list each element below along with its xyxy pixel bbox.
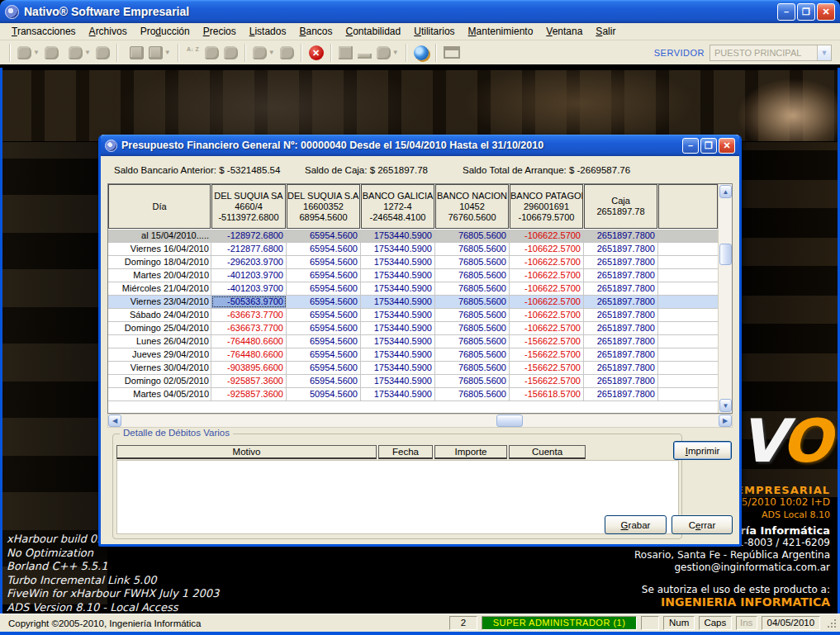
grid-cell-value[interactable]: 65954.5600 [287, 243, 361, 255]
grid-cell-value[interactable]: 2651897.7800 [584, 388, 658, 400]
dialog-maximize-button[interactable]: ❐ [700, 138, 717, 154]
grid-cell-value[interactable]: 1753440.5900 [361, 243, 435, 255]
grid-cell-value[interactable]: -128972.6800 [211, 230, 287, 242]
dialog-minimize-button[interactable]: – [682, 138, 699, 154]
grid-cell-value[interactable]: 65954.5600 [287, 375, 361, 387]
grid-cell-value[interactable]: 2651897.7800 [584, 348, 658, 361]
grid-row[interactable]: Miércoles 21/04/2010-401203.970065954.56… [108, 282, 719, 296]
grid-cell-value[interactable]: -636673.7700 [211, 322, 287, 334]
grid-cell-value[interactable]: -156622.5700 [510, 335, 584, 348]
grid-cell-day[interactable]: Viernes 30/04/2010 [108, 362, 211, 374]
vertical-scrollbar[interactable]: ▲ ▼ [718, 184, 732, 413]
grid-cell-value[interactable]: 1753440.5900 [361, 388, 435, 400]
grid-cell-value[interactable]: -764480.6600 [211, 335, 287, 348]
grid-cell-value[interactable]: 1753440.5900 [361, 296, 435, 308]
grid-cell-value[interactable]: 2651897.7800 [584, 362, 658, 374]
grid-cell-value[interactable]: -764480.6600 [211, 348, 287, 361]
grid-row[interactable]: Domingo 25/04/2010-636673.770065954.5600… [108, 322, 719, 335]
grid-cell-day[interactable]: Domingo 02/05/2010 [108, 375, 211, 387]
grid-cell-value[interactable]: -903895.6600 [211, 362, 287, 374]
grid-cell-value[interactable]: -106622.5700 [510, 322, 584, 334]
grid-cell-value[interactable]: 65954.5600 [287, 269, 361, 282]
menu-item-contabilidad[interactable]: Contabilidad [339, 24, 408, 39]
grid-cell-value[interactable]: 50954.5600 [287, 388, 361, 400]
grid-cell-value[interactable]: 76805.5600 [435, 269, 510, 282]
menu-item-archivos[interactable]: Archivos [83, 24, 134, 39]
grid-cell-value[interactable]: 76805.5600 [435, 256, 510, 268]
grid-row[interactable]: Viernes 23/04/2010-505363.970065954.5600… [108, 296, 719, 309]
debitos-column-header[interactable]: Motivo [116, 445, 377, 459]
grid-row[interactable]: Sábado 24/04/2010-636673.770065954.56001… [108, 309, 719, 322]
grid-cell-value[interactable]: -106622.5700 [510, 243, 584, 255]
grid-cell-value[interactable]: -156622.5700 [510, 375, 584, 387]
grid-cell-value[interactable]: -296203.9700 [211, 256, 287, 268]
grid-cell-value[interactable]: -106622.5700 [510, 230, 584, 242]
scroll-right-icon[interactable]: ▶ [719, 415, 732, 427]
grid-cell-day[interactable]: Domingo 18/04/2010 [108, 256, 211, 268]
grid-cell-value[interactable]: -925857.3600 [211, 375, 287, 387]
vertical-scroll-thumb[interactable] [719, 244, 732, 265]
horizontal-scrollbar[interactable]: ◀ ▶ [107, 414, 733, 428]
grid-cell-value[interactable]: 76805.5600 [435, 362, 510, 374]
imprimir-button[interactable]: Imprimir [673, 441, 732, 460]
grid-cell-value[interactable]: 65954.5600 [287, 335, 361, 348]
budget-grid[interactable]: DíaDEL SUQUIA SA4660/4-5113972.6800DEL S… [107, 183, 733, 414]
grid-cell-value[interactable]: 76805.5600 [435, 322, 510, 334]
grid-cell-value[interactable]: 2651897.7800 [584, 269, 658, 282]
menu-item-listados[interactable]: Listados [243, 24, 293, 39]
scroll-left-icon[interactable]: ◀ [108, 415, 121, 427]
grid-cell-value[interactable]: 76805.5600 [435, 388, 510, 400]
grid-cell-value[interactable]: 1753440.5900 [361, 309, 435, 321]
scroll-down-icon[interactable]: ▼ [719, 399, 732, 412]
grid-cell-value[interactable]: 1753440.5900 [361, 282, 435, 295]
grid-cell-value[interactable]: 76805.5600 [435, 230, 510, 242]
minimize-button[interactable]: – [777, 3, 795, 21]
grid-cell-value[interactable]: 2651897.7800 [584, 309, 658, 321]
grid-cell-value[interactable]: 1753440.5900 [361, 322, 435, 334]
grid-cell-value[interactable]: 65954.5600 [287, 348, 361, 361]
grid-cell-value[interactable]: 76805.5600 [435, 375, 510, 387]
grid-cell-value[interactable]: 1753440.5900 [361, 375, 435, 387]
grid-cell-value[interactable]: 76805.5600 [435, 348, 510, 361]
delete-icon[interactable]: ✕ [309, 45, 324, 60]
grid-row[interactable]: Martes 04/05/2010-925857.360050954.56001… [108, 388, 719, 401]
grid-cell-day[interactable]: al 15/04/2010..... [108, 230, 211, 242]
menu-item-utilitarios[interactable]: Utilitarios [407, 24, 461, 39]
grid-cell-value[interactable]: 65954.5600 [287, 282, 361, 295]
debitos-column-header[interactable]: Cuenta [509, 445, 586, 459]
horizontal-scroll-thumb[interactable] [496, 415, 523, 427]
grid-cell-value[interactable]: 2651897.7800 [584, 243, 658, 255]
menu-item-transacciones[interactable]: Transacciones [5, 24, 83, 39]
grid-cell-value[interactable]: 76805.5600 [435, 243, 510, 255]
grid-row[interactable]: Viernes 16/04/2010-212877.680065954.5600… [108, 243, 719, 256]
grid-cell-value[interactable]: 2651897.7800 [584, 335, 658, 348]
menu-item-salir[interactable]: Salir [589, 24, 622, 39]
grid-cell-value[interactable]: 2651897.7800 [584, 256, 658, 268]
grid-cell-day[interactable]: Viernes 23/04/2010 [108, 296, 211, 308]
grid-cell-value[interactable]: 1753440.5900 [361, 230, 435, 242]
grid-cell-value[interactable]: -106622.5700 [510, 256, 584, 268]
grid-cell-day[interactable]: Sábado 24/04/2010 [108, 309, 211, 321]
grid-cell-value[interactable]: 1753440.5900 [361, 269, 435, 282]
grid-cell-value[interactable]: 1753440.5900 [361, 256, 435, 268]
menu-item-precios[interactable]: Precios [197, 24, 243, 39]
window-layout-icon[interactable] [444, 46, 460, 59]
dialog-title-bar[interactable]: Presupuesto Financiero General Nº: 00000… [101, 135, 739, 156]
grid-cell-value[interactable]: 65954.5600 [287, 309, 361, 321]
menu-item-produccion[interactable]: Producción [134, 24, 197, 39]
debitos-list[interactable] [116, 460, 679, 534]
grid-cell-value[interactable]: -106622.5700 [510, 269, 584, 282]
grid-row[interactable]: Viernes 30/04/2010-903895.660065954.5600… [108, 362, 719, 375]
grid-cell-value[interactable]: 65954.5600 [287, 230, 361, 242]
resize-grip-icon[interactable] [826, 618, 837, 628]
grid-cell-value[interactable]: 65954.5600 [287, 322, 361, 334]
grid-row[interactable]: Domingo 18/04/2010-296203.970065954.5600… [108, 256, 719, 269]
grid-cell-value[interactable]: 2651897.7800 [584, 282, 658, 295]
grid-cell-day[interactable]: Martes 04/05/2010 [108, 388, 211, 400]
debitos-column-header[interactable]: Fecha [378, 445, 433, 459]
grid-cell-day[interactable]: Viernes 16/04/2010 [108, 243, 211, 255]
cerrar-button[interactable]: Cerrar [672, 515, 733, 534]
grid-cell-value[interactable]: 1753440.5900 [361, 362, 435, 374]
grid-cell-day[interactable]: Miércoles 21/04/2010 [108, 282, 211, 295]
grid-cell-day[interactable]: Martes 20/04/2010 [108, 269, 211, 282]
